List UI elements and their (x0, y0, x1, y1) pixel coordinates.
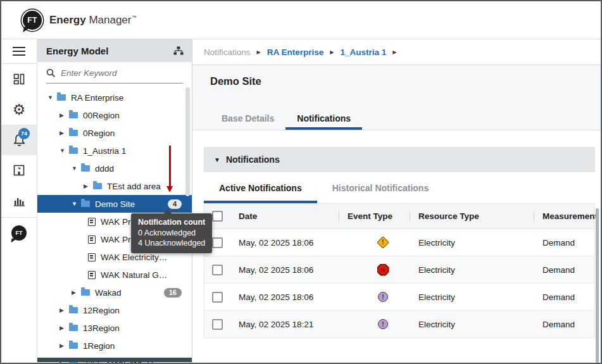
select-all-checkbox[interactable] (212, 211, 223, 222)
tree-item-0region[interactable]: ▶0Region (37, 124, 192, 142)
rail-item-dashboard[interactable] (1, 64, 37, 94)
tree-item-label: RA Enterprise (71, 93, 123, 103)
row-checkbox[interactable] (212, 319, 223, 330)
row-checkbox[interactable] (212, 265, 223, 275)
caret-collapsed-icon[interactable]: ▶ (60, 130, 69, 136)
tree-item-label: dddd (95, 164, 114, 173)
tree-item-test-add-area[interactable]: ▶TEst add area (37, 177, 192, 195)
folder-icon (69, 112, 78, 118)
meter-icon (88, 271, 96, 279)
cell-event-type: ! (348, 319, 418, 329)
cell-resource-type: Electricity (418, 320, 542, 329)
breadcrumb: Notifications ▶ RA Enterprise ▶ 1_Austri… (192, 39, 601, 65)
folder-icon (69, 307, 78, 313)
tree-item-wak-natural-g-[interactable]: WAK Natural G… (37, 266, 192, 284)
rail-item-settings[interactable]: ⚙ (1, 94, 37, 125)
tooltip-title: Notification count (138, 217, 205, 228)
notifications-tabs: Active Notifications Historical Notifica… (204, 172, 595, 203)
tree-item-dddd[interactable]: ▼dddd (37, 160, 192, 177)
tree-vertical-scrollbar[interactable] (185, 87, 190, 196)
folder-icon (93, 183, 102, 189)
caret-expanded-icon[interactable]: ▼ (47, 94, 57, 101)
tree-item-label: WAK Electricity… (101, 253, 167, 262)
tab-notifications[interactable]: Notifications (285, 107, 362, 130)
notifications-table: Date Event Type Resource Type Measuremen… (204, 203, 595, 338)
left-icon-rail: ⚙ 74 (1, 39, 37, 363)
bar-chart-icon (12, 194, 26, 208)
tab-historical-notifications[interactable]: Historical Notifications (317, 172, 444, 203)
breadcrumb-austria[interactable]: 1_Austria 1 (340, 47, 386, 57)
cell-event-type: !! (348, 264, 418, 276)
tree-item-label: 12Region (83, 306, 120, 315)
tree-item-00region[interactable]: ▶00Region (37, 106, 192, 124)
page-title: Demo Site (210, 75, 601, 87)
main-vertical-scrollbar[interactable] (596, 208, 599, 363)
rail-item-analytics[interactable] (1, 185, 37, 216)
tree-panel-header: Energy Model (37, 39, 192, 62)
row-checkbox[interactable] (212, 292, 223, 303)
notifications-section-header[interactable]: ▼ Notifications (204, 147, 595, 172)
folder-icon (69, 147, 78, 154)
tree-search (46, 63, 183, 84)
tree-item-1region[interactable]: ▶1Region (37, 337, 192, 355)
column-header-event-type: Event Type (348, 204, 418, 229)
rail-item-notifications[interactable]: 74 (1, 125, 37, 155)
cell-resource-type: Electricity (418, 238, 542, 248)
breadcrumb-ra-enterprise[interactable]: RA Enterprise (267, 47, 324, 57)
column-header-resource-type: Resource Type (418, 204, 542, 229)
notification-count-tooltip: Notification count 0 Acknowledged 4 Unac… (131, 213, 212, 253)
tree-item-label: 13Region (83, 323, 120, 333)
tree-item-label: TEst add area (107, 182, 161, 191)
column-header-date: Date (239, 204, 348, 229)
tree-panel-title: Energy Model (46, 46, 108, 56)
cell-event-type: ! (348, 238, 418, 247)
tree-item-13region[interactable]: ▶13Region (37, 319, 192, 337)
caret-expanded-icon[interactable]: ▼ (72, 165, 81, 172)
hamburger-menu-button[interactable] (1, 39, 37, 64)
caret-collapsed-icon[interactable]: ▶ (60, 307, 69, 313)
breadcrumb-notifications: Notifications (204, 47, 251, 57)
meter-icon (88, 235, 96, 244)
caret-expanded-icon[interactable]: ▼ (72, 201, 81, 207)
tree-horizontal-scrollbar[interactable] (37, 358, 192, 362)
cell-event-type: ! (348, 292, 418, 302)
folder-icon (69, 130, 78, 136)
main-content: Notifications ▶ RA Enterprise ▶ 1_Austri… (192, 39, 601, 363)
tree-item-1-austria-1[interactable]: ▼1_Austria 1 (37, 142, 192, 160)
brand-light: Manager (89, 14, 131, 26)
table-header-row: Date Event Type Resource Type Measuremen… (204, 204, 594, 229)
tooltip-unacknowledged: 4 Unacknowledged (138, 238, 205, 249)
cell-measurement: Demand (542, 292, 594, 302)
notification-row: May, 02 2025 18:06!ElectricityDemand (204, 284, 594, 311)
notification-row: May, 02 2025 18:21!ElectricityDemand (204, 311, 594, 338)
rail-item-sites[interactable] (1, 155, 37, 185)
tab-active-notifications[interactable]: Active Notifications (204, 172, 317, 203)
caret-expanded-icon[interactable]: ▼ (60, 147, 69, 154)
caret-collapsed-icon[interactable]: ▶ (60, 342, 69, 349)
header-checkbox-cell (212, 204, 239, 229)
caret-collapsed-icon[interactable]: ▶ (60, 325, 69, 331)
folder-icon (81, 165, 90, 172)
meter-icon (88, 253, 96, 261)
folder-icon (69, 342, 78, 349)
tree-item-12region[interactable]: ▶12Region (37, 301, 192, 319)
cell-date: May, 02 2025 18:06 (239, 292, 348, 302)
caret-collapsed-icon[interactable]: ▶ (84, 183, 93, 189)
rail-item-brand[interactable]: FT (1, 218, 37, 248)
ft-logo-small-icon: FT (11, 225, 27, 241)
tree-item-ra-enterprise[interactable]: ▼RA Enterprise (37, 89, 192, 106)
breadcrumb-separator-icon: ▶ (257, 49, 261, 55)
hierarchy-icon[interactable] (173, 46, 184, 55)
row-checkbox[interactable] (212, 237, 223, 248)
tab-base-details[interactable]: Base Details (210, 107, 285, 130)
folder-icon (69, 325, 78, 331)
search-input[interactable] (61, 68, 183, 78)
cell-date: May, 02 2025 18:21 (239, 320, 348, 329)
search-icon (46, 68, 56, 78)
tree-item-label: Demo Site (95, 199, 135, 209)
energy-model-panel: Energy Model ▼RA Enterprise▶0 (37, 39, 192, 363)
notifications-section-title: Notifications (226, 154, 280, 165)
caret-collapsed-icon[interactable]: ▶ (60, 112, 69, 118)
tree-item-wakad[interactable]: ▶Wakad16 (37, 284, 192, 301)
caret-collapsed-icon[interactable]: ▶ (72, 289, 81, 296)
